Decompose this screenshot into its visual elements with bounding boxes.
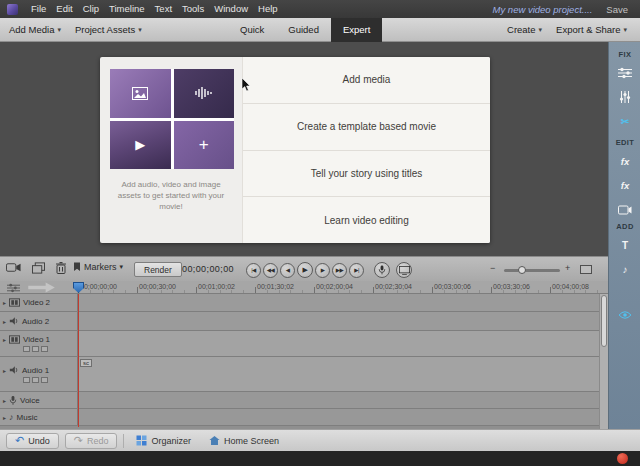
delete-button[interactable]	[56, 262, 66, 274]
action-template-movie[interactable]: Create a template based movie	[243, 104, 490, 151]
track-header-video1[interactable]: ▸ Video 1	[0, 331, 78, 356]
frame-forward-button[interactable]: ▶	[315, 263, 330, 278]
action-learn-editing[interactable]: Learn video editing	[243, 197, 490, 243]
narration-button[interactable]	[374, 262, 392, 278]
timecode-display[interactable]: 00;00;00;00	[182, 264, 234, 274]
track-lane-music[interactable]	[78, 409, 608, 425]
timeline-scrollbar[interactable]	[599, 294, 608, 429]
tile-add[interactable]: +	[174, 121, 235, 170]
fast-forward-button[interactable]: ▶▶	[332, 263, 347, 278]
create-button[interactable]: Create ▾	[500, 18, 549, 42]
zoom-slider[interactable]	[504, 269, 560, 272]
add-media-button[interactable]: Add Media ▾	[2, 18, 68, 42]
track-header-video2[interactable]: ▸ Video 2	[0, 294, 78, 311]
scissors-icon: ✂	[621, 116, 629, 127]
track-lane-audio1[interactable]	[78, 357, 608, 391]
track-option-button[interactable]	[32, 377, 39, 383]
fullscreen-preview-button[interactable]	[396, 262, 414, 278]
music-icon[interactable]: ♪	[609, 260, 640, 278]
track-settings-icon[interactable]	[7, 283, 20, 293]
play-button[interactable]: ▶	[297, 262, 313, 278]
organizer-button[interactable]: Organizer	[130, 435, 197, 446]
track-option-button[interactable]	[23, 346, 30, 352]
preview-eye-icon[interactable]	[609, 306, 640, 324]
media-tiles: ▶ +	[110, 69, 234, 169]
track-lane-voice[interactable]	[78, 392, 608, 408]
undo-button[interactable]: ↶ Undo	[6, 433, 59, 449]
tile-video[interactable]: ▶	[110, 121, 171, 170]
duplicate-button[interactable]	[32, 262, 45, 274]
expand-triangle-icon[interactable]: ▸	[3, 336, 6, 343]
track-header-audio1[interactable]: ▸ Audio 1	[0, 357, 78, 391]
go-to-next-button[interactable]: ▶|	[349, 263, 364, 278]
zoom-slider-knob[interactable]	[518, 266, 526, 274]
menu-help[interactable]: Help	[253, 0, 283, 18]
action-titles[interactable]: Tell your story using titles	[243, 151, 490, 198]
ruler-major-ticks	[78, 287, 598, 293]
menu-edit[interactable]: Edit	[51, 0, 77, 18]
track-option-button[interactable]	[41, 346, 48, 352]
menu-clip[interactable]: Clip	[78, 0, 104, 18]
render-button[interactable]: Render	[134, 262, 182, 277]
titles-icon[interactable]: T	[609, 236, 640, 254]
menu-tools[interactable]: Tools	[177, 0, 209, 18]
redo-icon: ↷	[74, 435, 83, 446]
menu-window[interactable]: Window	[209, 0, 253, 18]
effects-icon[interactable]: fx	[609, 152, 640, 170]
project-title: My new video project....	[493, 4, 593, 15]
home-screen-button[interactable]: Home Screen	[203, 435, 285, 446]
track-lane-video2[interactable]	[78, 294, 608, 311]
expand-triangle-icon[interactable]: ▸	[3, 367, 6, 374]
chevron-down-icon: ▾	[120, 263, 124, 271]
track-header-voice[interactable]: ▸ Voice	[0, 392, 78, 408]
tab-quick[interactable]: Quick	[228, 18, 276, 42]
hint-arrow-icon	[28, 282, 56, 293]
graphics-icon[interactable]	[609, 200, 640, 218]
go-to-previous-button[interactable]: |◀	[246, 263, 261, 278]
expand-triangle-icon[interactable]: ▸	[3, 414, 6, 421]
tab-guided[interactable]: Guided	[276, 18, 331, 42]
expand-triangle-icon[interactable]: ▸	[3, 299, 6, 306]
save-button[interactable]: Save	[606, 4, 628, 15]
menu-bar: File Edit Clip Timeline Text Tools Windo…	[0, 0, 640, 18]
zoom-out-icon[interactable]: −	[490, 263, 495, 273]
track-lane-audio2[interactable]	[78, 312, 608, 330]
track-name: Voice	[20, 396, 40, 405]
welcome-card: ▶ + Add audio, video and image assets to…	[100, 57, 490, 243]
smart-trim-icon[interactable]: ✂	[609, 112, 640, 130]
mode-tabs: Quick Guided Expert	[228, 18, 382, 42]
timeline-scrollbar-thumb[interactable]	[601, 295, 607, 347]
applied-effects-icon[interactable]: fx	[609, 176, 640, 194]
track-name: Video 1	[23, 335, 50, 344]
grab-frame-button[interactable]	[6, 262, 21, 273]
action-add-media[interactable]: Add media	[243, 57, 490, 104]
project-assets-button[interactable]: Project Assets ▾	[68, 18, 149, 42]
track-header-audio2[interactable]: ▸ Audio 2	[0, 312, 78, 330]
track-option-button[interactable]	[41, 377, 48, 383]
timeline-toolbar: Markers ▾ Render 00;00;00;00 |◀ ◀◀ ◀ ▶ ▶…	[0, 256, 608, 281]
rewind-button[interactable]: ◀◀	[263, 263, 278, 278]
markers-dropdown[interactable]: Markers ▾	[73, 262, 123, 272]
expand-triangle-icon[interactable]: ▸	[3, 318, 6, 325]
fit-timeline-button[interactable]	[580, 265, 592, 274]
redo-button[interactable]: ↷ Redo	[65, 433, 118, 449]
tile-audio[interactable]	[174, 69, 235, 118]
auto-fix-icon[interactable]	[609, 88, 640, 106]
tile-photo[interactable]	[110, 69, 171, 118]
adjust-icon[interactable]	[609, 64, 640, 82]
track-option-button[interactable]	[32, 346, 39, 352]
track-option-button[interactable]	[23, 377, 30, 383]
frame-back-button[interactable]: ◀	[280, 263, 295, 278]
home-icon	[209, 435, 220, 446]
track-header-music[interactable]: ▸ ♪ Music	[0, 409, 78, 425]
menu-timeline[interactable]: Timeline	[104, 0, 150, 18]
menu-file[interactable]: File	[26, 0, 51, 18]
track-lane-video1[interactable]	[78, 331, 608, 356]
menu-text[interactable]: Text	[150, 0, 177, 18]
time-ruler[interactable]: 00;00;00;00 00;00;30;00 00;01;00;02 00;0…	[0, 281, 608, 294]
zoom-in-icon[interactable]: +	[565, 263, 570, 273]
expand-triangle-icon[interactable]: ▸	[3, 397, 6, 404]
tab-expert[interactable]: Expert	[331, 18, 382, 42]
elements-badge-icon[interactable]	[617, 453, 628, 464]
export-share-button[interactable]: Export & Share ▾	[549, 18, 634, 42]
